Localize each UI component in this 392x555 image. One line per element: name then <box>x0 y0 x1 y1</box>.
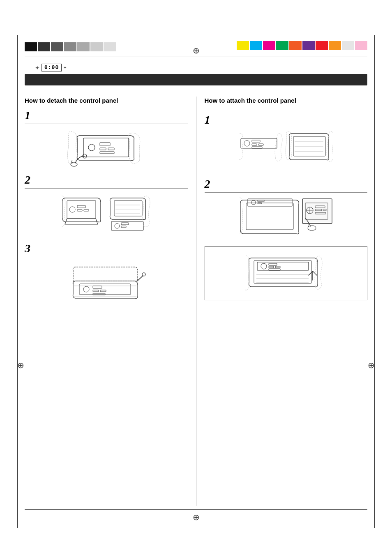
attach-step2-illustration <box>205 197 368 242</box>
svg-rect-3 <box>100 148 106 150</box>
color-blocks <box>237 41 367 50</box>
svg-point-34 <box>244 140 250 146</box>
svg-rect-10 <box>77 205 85 208</box>
display-icon-area: ✦ 0:00 ✦ <box>35 64 67 71</box>
svg-rect-0 <box>83 138 129 157</box>
svg-point-45 <box>251 200 256 205</box>
hr-bottom <box>25 509 367 510</box>
right-border-line <box>374 35 375 528</box>
attach-step2-heading: 2 <box>205 177 368 191</box>
hr-header <box>25 89 367 89</box>
left-crosshair: ⊕ <box>17 360 24 370</box>
grayscale-blocks <box>25 42 116 51</box>
svg-rect-11 <box>77 210 82 211</box>
svg-point-1 <box>88 144 95 151</box>
detach-step1-illustration <box>25 128 188 169</box>
svg-rect-38 <box>252 147 262 148</box>
svg-rect-43 <box>246 203 293 230</box>
detach-step2-illustration <box>25 193 188 238</box>
gray-block-3 <box>51 42 63 51</box>
svg-rect-63 <box>275 266 280 268</box>
color-block-pink <box>355 41 367 50</box>
svg-rect-12 <box>84 210 89 211</box>
gray-block-4 <box>64 42 76 51</box>
right-crosshair: ⊕ <box>368 360 375 370</box>
svg-rect-5 <box>100 152 114 154</box>
svg-rect-59 <box>257 262 309 270</box>
attach-step1-svg <box>239 128 333 173</box>
svg-rect-2 <box>100 143 110 146</box>
svg-rect-37 <box>258 144 263 145</box>
attach-step2-divider <box>205 192 368 193</box>
detach-title: How to detach the control panel <box>25 97 188 105</box>
svg-rect-36 <box>252 144 257 145</box>
gray-block-5 <box>77 42 90 51</box>
detach-step2-heading: 2 <box>25 173 188 187</box>
hr-top <box>25 57 367 57</box>
svg-rect-58 <box>254 260 311 283</box>
attach-note-box <box>205 246 368 300</box>
svg-rect-29 <box>100 290 106 292</box>
star-icon-right: ✦ <box>63 65 67 70</box>
svg-point-26 <box>83 286 89 292</box>
svg-rect-21 <box>121 223 129 225</box>
detach-step1-divider <box>25 124 188 124</box>
main-content: How to detach the control panel 1 <box>25 97 367 506</box>
svg-point-24 <box>142 273 145 276</box>
svg-point-57 <box>308 226 316 230</box>
color-block-magenta <box>263 41 275 50</box>
detach-step1-svg <box>65 128 147 169</box>
detach-step2-svg <box>61 193 151 238</box>
detach-step2-divider <box>25 188 188 189</box>
color-block-orange <box>289 41 302 50</box>
svg-point-20 <box>115 223 120 228</box>
detach-step3-svg <box>65 261 147 306</box>
svg-rect-25 <box>79 284 131 295</box>
color-block-purple <box>302 41 315 50</box>
color-block-lightgray <box>342 41 354 50</box>
svg-rect-62 <box>269 266 274 268</box>
section-header-bar <box>25 74 367 85</box>
svg-rect-35 <box>252 140 260 142</box>
left-border-line <box>17 35 18 528</box>
detach-step3-illustration <box>25 261 188 306</box>
left-column: How to detach the control panel 1 <box>25 97 196 506</box>
svg-rect-61 <box>269 263 277 265</box>
attach-title: How to attach the control panel <box>205 97 368 105</box>
svg-point-9 <box>69 207 75 212</box>
gray-block-7 <box>104 42 116 51</box>
svg-rect-4 <box>108 148 114 150</box>
attach-note-svg <box>245 255 327 292</box>
attach-step1-heading: 1 <box>205 113 368 127</box>
attach-step1-illustration <box>205 128 368 173</box>
detach-step3-divider <box>25 257 188 257</box>
svg-rect-27 <box>93 286 102 288</box>
svg-rect-28 <box>93 290 99 292</box>
gray-block-6 <box>90 42 103 51</box>
svg-line-14 <box>96 219 98 224</box>
attach-step2-main-svg <box>239 197 333 242</box>
display-box: 0:00 <box>42 64 62 71</box>
svg-rect-15 <box>114 200 142 216</box>
detach-step3-heading: 3 <box>25 242 188 255</box>
attach-note-illustration <box>209 255 363 292</box>
color-block-amber <box>329 41 341 50</box>
svg-rect-22 <box>121 226 126 228</box>
star-icon-left: ✦ <box>35 64 40 71</box>
color-block-cyan <box>250 41 262 50</box>
attach-title-divider <box>205 109 368 109</box>
bottom-crosshair: ⊕ <box>193 512 200 522</box>
color-block-red <box>316 41 328 50</box>
svg-rect-39 <box>293 136 325 156</box>
svg-point-7 <box>71 162 77 166</box>
gray-block-1 <box>25 42 37 51</box>
top-crosshair: ⊕ <box>193 46 200 55</box>
gray-block-2 <box>38 42 50 51</box>
svg-point-60 <box>261 263 267 269</box>
right-column: How to attach the control panel 1 <box>196 97 368 506</box>
color-block-yellow <box>237 41 249 50</box>
svg-line-23 <box>137 276 143 281</box>
detach-step1-heading: 1 <box>25 109 188 122</box>
color-block-green <box>276 41 288 50</box>
